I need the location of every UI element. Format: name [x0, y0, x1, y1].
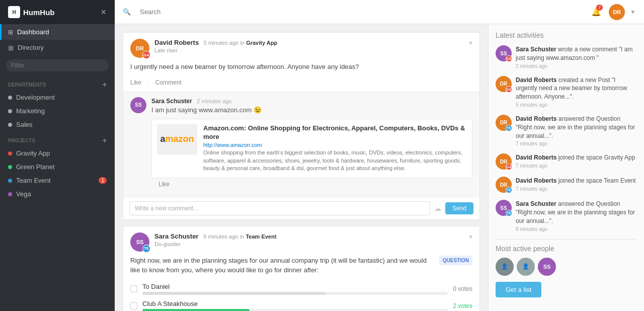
activity-badge-6: TE	[506, 210, 512, 216]
sidebar-item-development[interactable]: Development	[0, 91, 115, 104]
comment-input[interactable]	[129, 201, 430, 215]
activity-action-5: joined the space Team Event	[558, 177, 636, 184]
post2-space-name: Team Event	[246, 234, 276, 240]
post2-time: 9 minutes ago	[203, 234, 238, 240]
activity-item-4: DR GA David Roberts joined the space Gra…	[496, 153, 637, 170]
activity-badge-1: GA	[506, 55, 512, 62]
search-input[interactable]	[136, 5, 584, 19]
active-person-1[interactable]: 👤	[496, 258, 514, 276]
post-avatar-wrap: DR GA	[130, 39, 149, 58]
post-author-name: David Roberts	[154, 39, 199, 46]
comment-text: I am just saying www.amazon.com 😉	[151, 106, 472, 115]
comment-button[interactable]: Comment	[155, 79, 182, 87]
dashboard-label: Dashboard	[17, 28, 49, 36]
most-active-title-light: active people	[513, 245, 554, 253]
most-active-title-bold: Most	[496, 245, 511, 253]
activity-author-1: Sara Schuster	[516, 46, 556, 53]
sidebar: H HumHub ✕ ⊞ Dashboard ▦ Directory DEPAR…	[0, 0, 115, 311]
post2-author-name: Sara Schuster	[154, 232, 198, 240]
activity-author-3: David Roberts	[516, 115, 556, 122]
activity-badge-3: TE	[506, 125, 512, 131]
comment-like-button[interactable]: Like	[158, 181, 170, 188]
link-preview-desc: Online shopping from the earth's biggest…	[203, 149, 467, 172]
notification-count: 7	[596, 5, 603, 11]
activity-avatar-wrap-6: SS TE	[496, 200, 512, 216]
departments-header: DEPARTMENTS +	[0, 75, 115, 91]
search-icon: 🔍	[123, 8, 131, 16]
poll-label-1: To Daniel	[142, 283, 448, 290]
green-planet-label: Green Planet	[16, 163, 55, 171]
poll-bar-bg-2	[142, 309, 448, 311]
post2-meta-top: Sara Schuster 9 minutes ago in Team Even…	[154, 232, 464, 240]
question-badge: QUESTION	[439, 256, 472, 265]
activity-badge-5: TE	[506, 187, 512, 193]
activity-avatar-wrap-5: DR TE	[496, 177, 512, 193]
post-meta: David Roberts 5 minutes ago in Gravity A…	[154, 39, 464, 53]
active-person-3[interactable]: SS	[538, 258, 556, 276]
poll-bar-fill-1	[142, 292, 326, 295]
poll-checkbox-2[interactable]	[130, 302, 137, 309]
active-person-2[interactable]: 👤	[517, 258, 535, 276]
add-department-button[interactable]: +	[103, 81, 107, 89]
sales-label: Sales	[16, 121, 33, 128]
activity-content-4: David Roberts joined the space Gravity A…	[516, 153, 635, 162]
sidebar-item-green-planet[interactable]: Green Planet	[0, 160, 115, 174]
comment-like-area: Like	[151, 180, 472, 192]
amazon-logo: amazon	[160, 134, 194, 144]
activity-time-4: 7 minutes ago	[516, 163, 635, 169]
sidebar-item-gravity-app[interactable]: Gravity App	[0, 146, 115, 160]
activity-text-6: Sara Schuster answered the Question "Rig…	[516, 200, 637, 231]
marketing-dot	[8, 109, 12, 113]
get-list-button[interactable]: Get a list	[496, 282, 541, 297]
activity-item-3: DR TE David Roberts answered the Questio…	[496, 115, 637, 146]
notifications-button[interactable]: 🔔 7	[589, 5, 604, 20]
post-subtitle: Late riser	[154, 47, 464, 53]
sidebar-item-team-event[interactable]: Team Event 1	[0, 174, 115, 187]
post2-meta: Sara Schuster 9 minutes ago in Team Even…	[154, 232, 464, 247]
add-project-button[interactable]: +	[103, 136, 107, 144]
sidebar-item-vega[interactable]: Vega	[0, 187, 115, 201]
send-comment-button[interactable]: Send	[445, 202, 473, 214]
comment-author-name: Sara Schuster	[151, 98, 192, 105]
action-separator: ·	[147, 79, 149, 87]
comment-input-row: ☁ Send	[123, 197, 479, 219]
user-avatar[interactable]: DR	[609, 4, 625, 20]
close-icon[interactable]: ✕	[101, 8, 107, 16]
post-collapse-button[interactable]: ▾	[469, 39, 472, 47]
post-body: I urgently need a new beamer by tomorrow…	[123, 62, 479, 77]
post2-body: QUESTION Right now, we are in the planni…	[123, 256, 479, 280]
sidebar-logo: H HumHub	[8, 6, 55, 18]
gravity-app-label: Gravity App	[16, 149, 50, 157]
sidebar-item-dashboard[interactable]: ⊞ Dashboard	[0, 24, 115, 40]
topbar-right: 🔔 7 DR ▼	[589, 4, 636, 20]
activity-item-2: DR GA David Roberts created a new Post "…	[496, 76, 637, 108]
user-menu-chevron[interactable]: ▼	[630, 9, 636, 16]
poll-votes-2: 2 votes	[453, 302, 472, 309]
poll-checkbox-1[interactable]	[130, 285, 137, 292]
poll-option-2: Club A Steakhouse 2 votes	[123, 297, 479, 311]
post2-collapse-button[interactable]: ▾	[469, 232, 472, 241]
content-area: DR GA David Roberts 5 minutes ago in Gra…	[115, 24, 644, 311]
post2-space-badge: TE	[142, 245, 150, 253]
activity-content-5: David Roberts joined the space Team Even…	[516, 177, 636, 185]
activity-text-1: Sara Schuster wrote a new comment "I am …	[516, 45, 637, 69]
attachment-icon[interactable]: ☁	[434, 204, 441, 212]
like-button[interactable]: Like	[130, 79, 141, 87]
filter-input[interactable]	[6, 59, 109, 71]
post2-body-text: Right now, we are in the planning stages…	[130, 257, 427, 274]
sidebar-item-directory[interactable]: ▦ Directory	[0, 40, 115, 55]
activity-text-2: David Roberts created a new Post "I urge…	[516, 76, 637, 108]
section-divider	[496, 239, 637, 240]
sidebar-item-sales[interactable]: Sales	[0, 118, 115, 131]
sidebar-item-marketing[interactable]: Marketing	[0, 104, 115, 118]
sidebar-header: H HumHub ✕	[0, 0, 115, 24]
comment-author-avatar: SS	[130, 97, 146, 113]
development-label: Development	[16, 94, 55, 101]
poll-option-1: To Daniel 0 votes	[123, 280, 479, 297]
link-preview-url[interactable]: http://www.amazon.com	[203, 142, 467, 148]
poll-bar-bg-1	[142, 292, 448, 295]
post2-header: SS TE Sara Schuster 9 minutes ago in Tea…	[123, 226, 479, 256]
development-dot	[8, 96, 12, 100]
activity-text-4: David Roberts joined the space Gravity A…	[516, 153, 635, 169]
comment-time: 2 minutes ago	[197, 98, 231, 104]
